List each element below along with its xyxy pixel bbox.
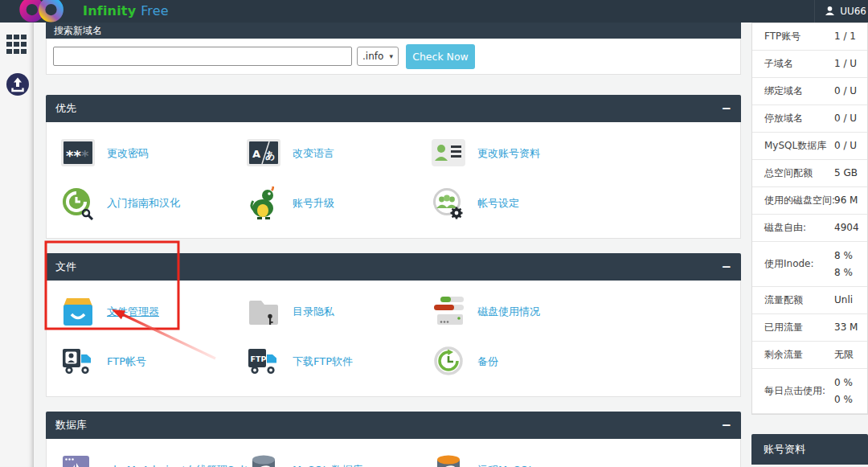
stat-row: 剩余流量无限 <box>752 342 867 369</box>
feature-link[interactable]: 账号升级 <box>293 196 334 211</box>
left-sidebar <box>0 23 34 467</box>
feature-item[interactable]: 目录隐私 <box>245 293 430 330</box>
stat-label: 流量配额 <box>752 293 803 307</box>
stat-value: 无限 <box>834 346 854 363</box>
feature-item[interactable]: phpMyAdmin（在线管理Sql） <box>59 452 245 467</box>
stat-label: 每日点击使用: <box>752 384 825 398</box>
stat-value: Unli <box>834 292 853 309</box>
remote-mysql-icon <box>430 453 467 467</box>
stat-row: 已用流量33 M <box>752 314 867 342</box>
feature-item[interactable]: MySQL 数据库 <box>245 452 430 467</box>
feature-link[interactable]: MySQL 数据库 <box>293 463 363 467</box>
feature-link[interactable]: phpMyAdmin（在线管理Sql） <box>107 463 254 467</box>
section-header: 文件− <box>46 253 741 281</box>
stat-label: 已用流量 <box>752 321 803 334</box>
search-domain-card: 搜索新域名 .info ▾ Check Now <box>46 23 741 75</box>
svg-text:FTP: FTP <box>251 354 267 363</box>
feature-item[interactable]: 账号升级 <box>245 185 430 222</box>
phpmyadmin-icon <box>59 453 96 467</box>
stat-row: 子域名1 / U <box>752 51 867 78</box>
feature-item[interactable]: FTP帐号 <box>59 343 245 380</box>
stat-value: 33 M <box>834 319 858 336</box>
apps-grid-icon[interactable] <box>6 34 28 58</box>
stat-value: 8 % <box>834 248 853 264</box>
stat-label: 停放域名 <box>752 112 803 125</box>
stat-value: 0 / U <box>834 110 857 127</box>
stat-label: 磁盘自由: <box>752 221 806 235</box>
feature-item[interactable]: 磁盘使用情况 <box>430 293 727 330</box>
language-icon: Aあ <box>245 137 282 170</box>
stat-value: 0 / U <box>834 137 857 154</box>
brand-second: Free <box>141 3 169 18</box>
collapse-button[interactable]: − <box>721 103 731 115</box>
file-manager-icon <box>59 295 96 329</box>
feature-link[interactable]: 备份 <box>477 354 498 369</box>
section-card: 文件−文件管理器目录隐私磁盘使用情况FTP帐号FTP下载FTP软件备份 <box>46 253 741 397</box>
feature-link[interactable]: 磁盘使用情况 <box>477 305 540 319</box>
tld-select[interactable]: .info ▾ <box>357 47 399 66</box>
collapse-button[interactable]: − <box>721 261 731 273</box>
svg-text:**: ** <box>66 147 81 164</box>
username-label: UU66 <box>840 6 866 17</box>
vistapanel-page: Infinity Free UU66 <box>0 0 868 467</box>
stat-value: 0 % <box>834 391 853 408</box>
feature-link[interactable]: 更改密码 <box>107 146 149 161</box>
feature-link[interactable]: 下载FTP软件 <box>293 354 353 369</box>
stats-panel: FTP账号1 / 1子域名1 / U绑定域名0 / U停放域名0 / UMySQ… <box>751 23 868 467</box>
feature-link[interactable]: 入门指南和汉化 <box>107 196 180 211</box>
svg-text:*: * <box>81 147 89 164</box>
upgrade-dragon-icon <box>245 186 282 220</box>
infinityfree-logo-icon[interactable] <box>13 0 74 27</box>
top-navbar: Infinity Free UU66 <box>0 0 868 23</box>
feature-item[interactable]: 入门指南和汉化 <box>59 185 245 222</box>
feature-item[interactable]: 帐号设定 <box>430 185 727 222</box>
stat-row: 停放域名0 / U <box>752 105 867 133</box>
brand-first: Infinity <box>83 3 136 18</box>
disk-usage-icon <box>430 295 467 329</box>
section-title: 优先 <box>55 101 76 116</box>
backup-icon <box>430 345 467 379</box>
stat-label: FTP账号 <box>752 30 800 43</box>
stat-row: 使用的磁盘空间:96 M <box>752 187 867 215</box>
feature-sections: 优先−***更改密码Aあ改变语言更改账号资料入门指南和汉化账号升级帐号设定文件−… <box>34 95 751 467</box>
account-stats-table: FTP账号1 / 1子域名1 / U绑定域名0 / U停放域名0 / UMySQ… <box>751 23 868 415</box>
stat-row: 使用Inode:8 %8 % <box>752 242 867 287</box>
ftp-software-icon: FTP <box>245 345 282 379</box>
stat-label: 绑定域名 <box>752 84 803 98</box>
feature-link[interactable]: 目录隐私 <box>293 305 334 319</box>
feature-link[interactable]: 远程MySQL <box>477 463 534 467</box>
feature-item[interactable]: Aあ改变语言 <box>245 135 430 172</box>
stat-row: FTP账号1 / 1 <box>752 23 867 51</box>
domain-search-input[interactable] <box>53 47 352 66</box>
upload-icon[interactable] <box>6 72 28 100</box>
account-details-section-header: 账号资料 <box>751 434 868 465</box>
stat-row: 绑定域名0 / U <box>752 78 867 105</box>
main-content: 搜索新域名 .info ▾ Check Now 优先−***更改密码Aあ改变语言… <box>34 23 751 467</box>
search-section-header: 搜索新域名 <box>46 23 741 39</box>
feature-link[interactable]: 文件管理器 <box>107 305 159 319</box>
account-details-icon <box>430 137 467 170</box>
user-menu[interactable]: UU66 <box>814 0 868 23</box>
collapse-button[interactable]: − <box>721 420 731 432</box>
stat-value: 5 GB <box>834 165 858 182</box>
ftp-accounts-icon <box>59 345 96 379</box>
brand-text: Infinity Free <box>83 3 169 18</box>
stat-value: 96 M <box>834 192 858 209</box>
feature-link[interactable]: FTP帐号 <box>107 354 146 369</box>
feature-link[interactable]: 帐号设定 <box>477 196 519 211</box>
feature-link[interactable]: 更改账号资料 <box>477 146 540 161</box>
check-now-button[interactable]: Check Now <box>406 44 475 69</box>
section-title: 文件 <box>55 260 76 274</box>
feature-item[interactable]: 更改账号资料 <box>430 135 727 172</box>
stat-value: 8 % <box>834 264 853 281</box>
user-icon <box>825 4 835 19</box>
feature-item[interactable]: 备份 <box>430 343 727 380</box>
getting-started-icon <box>59 186 96 220</box>
feature-item[interactable]: ***更改密码 <box>59 135 245 172</box>
feature-link[interactable]: 改变语言 <box>293 146 334 161</box>
stat-value: 0 / U <box>834 83 857 100</box>
feature-item[interactable]: FTP下载FTP软件 <box>245 343 430 380</box>
stat-value: 1 / 1 <box>834 28 856 45</box>
feature-item[interactable]: 远程MySQL <box>430 452 727 467</box>
feature-item[interactable]: 文件管理器 <box>59 293 245 330</box>
